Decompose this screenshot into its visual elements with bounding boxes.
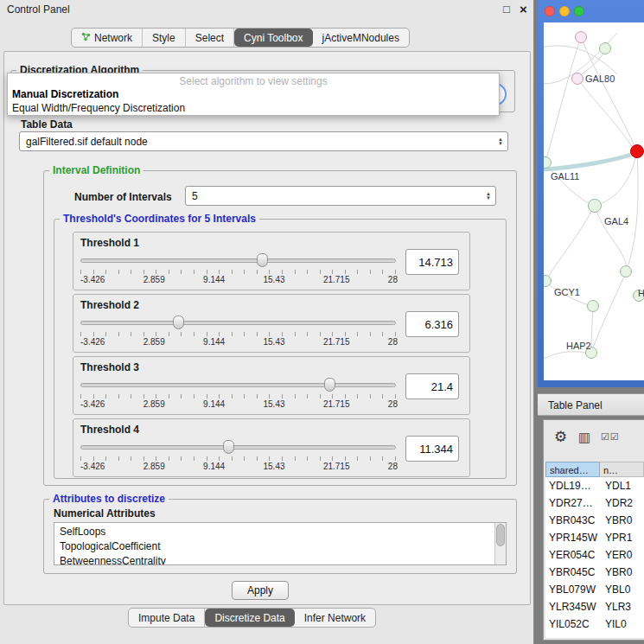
table-row[interactable]: YPR145W YPR1 <box>545 529 644 546</box>
tab-impute-data[interactable]: Impute Data <box>129 609 205 627</box>
threshold-3-panel: Threshold 3 -3.426 2.859 9.144 15.43 21.… <box>73 356 470 415</box>
tab-cyni-toolbox[interactable]: Cyni Toolbox <box>234 29 312 47</box>
slider-thumb[interactable] <box>223 440 234 454</box>
node-label-hap2: HAP2 <box>566 341 591 351</box>
slider-thumb[interactable] <box>173 316 184 329</box>
threshold-4-slider[interactable] <box>80 440 396 455</box>
list-scrollbar[interactable] <box>494 523 506 564</box>
scale-tick-label: 2.859 <box>143 337 165 347</box>
number-of-intervals-value: 5 <box>186 190 481 202</box>
threshold-3-label: Threshold 3 <box>80 361 139 373</box>
thresholds-group-title: Threshold's Coordinates for 5 Intervals <box>60 213 259 225</box>
float-window-icon[interactable]: □ <box>503 3 510 16</box>
tab-discretize-data-label: Discretize Data <box>214 612 284 624</box>
threshold-4-label: Threshold 4 <box>80 424 139 436</box>
column-header-shared[interactable]: shared… <box>545 462 600 477</box>
scale-tick-label: 9.144 <box>203 462 225 471</box>
combobox-spinner-icon[interactable]: ▲ ▼ <box>494 137 507 146</box>
slider-thumb[interactable] <box>257 253 268 267</box>
node-label-partial: H <box>638 288 644 298</box>
table-row[interactable]: YDR27… YDR2 <box>545 494 644 512</box>
close-window-icon[interactable] <box>545 6 555 16</box>
minimize-window-icon[interactable] <box>559 6 570 16</box>
slider-track[interactable] <box>80 258 396 263</box>
slider-track[interactable] <box>80 445 396 450</box>
slider-track[interactable] <box>80 383 396 387</box>
threshold-3-value-field[interactable] <box>405 373 459 399</box>
network-node-gal80[interactable] <box>571 73 583 85</box>
scale-tick-label: 28 <box>388 399 398 409</box>
attributes-group-title: Attributes to discretize <box>49 493 169 505</box>
tab-jactivemnodules[interactable]: jActiveMNodules <box>313 29 409 47</box>
table-toolbar: ⚙ ▥ ☑☑ <box>544 420 644 456</box>
tab-jactivemnodules-label: jActiveMNodules <box>322 32 399 44</box>
tab-select[interactable]: Select <box>186 29 234 47</box>
close-icon[interactable]: × <box>520 2 527 16</box>
threshold-2-slider[interactable] <box>80 316 396 330</box>
table-row[interactable]: YBL079W YBL0 <box>545 581 644 598</box>
apply-button[interactable]: Apply <box>232 581 289 600</box>
threshold-4-value-field[interactable] <box>405 436 459 462</box>
table-cell: YIL0 <box>602 615 644 633</box>
table-row[interactable]: YLR345W YLR3 <box>545 598 644 615</box>
table-row[interactable]: YBR043C YBR0 <box>545 512 644 529</box>
network-node[interactable] <box>599 42 611 54</box>
slider-thumb[interactable] <box>324 378 335 392</box>
scale-tick-label: 21.715 <box>323 399 350 409</box>
table-cell: YDL19… <box>545 477 602 494</box>
network-canvas[interactable]: GAL80 GAL11 GAL4 GCY1 HAP2 H <box>544 22 644 380</box>
list-item-betweennesscentrality[interactable]: BetweennessCentrality <box>54 554 506 565</box>
table-panel-window: ⚙ ▥ ☑☑ shared… n… YDL19… YDL1 YDR27… YDR… <box>543 419 644 641</box>
number-of-intervals-combobox[interactable]: 5 ▲ ▼ <box>185 186 496 206</box>
list-item-selfloops[interactable]: SelfLoops <box>54 525 506 539</box>
table-cell: YER0 <box>602 546 644 564</box>
table-row[interactable]: YDL19… YDL1 <box>545 477 644 494</box>
scale-tick-label: 15.43 <box>264 462 285 471</box>
network-node[interactable] <box>587 300 599 312</box>
slider-ticks <box>80 270 396 274</box>
list-scrollbar-thumb[interactable] <box>496 524 505 546</box>
columns-icon[interactable]: ▥ <box>578 430 590 445</box>
table-data-combobox[interactable]: galFiltered.sif default node ▲ ▼ <box>19 131 508 151</box>
dropdown-option-equal-width-frequency[interactable]: Equal Width/Frequency Discretization <box>12 102 185 114</box>
list-item-topologicalcoefficient[interactable]: TopologicalCoefficient <box>54 539 506 554</box>
table-cell: YLR345W <box>545 598 602 615</box>
combobox-spinner-icon[interactable]: ▲ ▼ <box>481 192 495 201</box>
threshold-1-slider[interactable] <box>80 253 396 268</box>
threshold-1-value-field[interactable] <box>405 249 459 275</box>
network-node-gal4[interactable] <box>588 199 602 213</box>
table-cell: YDL1 <box>602 477 644 494</box>
scale-tick-label: 2.859 <box>143 399 165 409</box>
network-icon <box>81 32 91 44</box>
tab-network[interactable]: Network <box>72 29 143 47</box>
table-cell: YBL079W <box>545 581 602 598</box>
table-row[interactable]: YER054C YER0 <box>545 546 644 564</box>
table-cell: YBR045C <box>545 564 602 581</box>
column-header-name[interactable]: n… <box>600 462 644 477</box>
table-row[interactable]: YIL052C YIL0 <box>545 615 644 633</box>
network-node-selected[interactable] <box>630 144 644 158</box>
gear-icon[interactable]: ⚙ <box>554 428 567 446</box>
tab-style[interactable]: Style <box>143 29 186 47</box>
tab-discretize-data[interactable]: Discretize Data <box>205 609 294 627</box>
threshold-1-panel: Threshold 1 -3.426 2.859 9.144 15.43 21.… <box>73 232 470 290</box>
slider-scale: -3.426 2.859 9.144 15.43 21.715 28 <box>80 337 398 347</box>
control-panel-window: Control Panel □ × Network Style <box>0 0 534 644</box>
zoom-window-icon[interactable] <box>574 6 584 16</box>
network-node[interactable] <box>620 265 632 277</box>
dropdown-option-manual-discretization[interactable]: Manual Discretization <box>12 88 118 100</box>
scale-tick-label: 9.144 <box>203 337 225 347</box>
node-label-gal80: GAL80 <box>585 73 615 84</box>
threshold-4-panel: Threshold 4 -3.426 2.859 9.144 15.43 21.… <box>73 418 470 477</box>
table-cell: YER054C <box>545 546 602 564</box>
table-row[interactable]: YBR045C YBR0 <box>545 564 644 581</box>
table-cell: YDR2 <box>602 494 644 512</box>
tab-infer-network[interactable]: Infer Network <box>295 609 375 627</box>
slider-track[interactable] <box>80 321 396 325</box>
threshold-2-value-field[interactable] <box>405 311 459 337</box>
checkboxes-icon[interactable]: ☑☑ <box>601 431 620 443</box>
network-node[interactable] <box>575 31 587 43</box>
table-cell: YPR1 <box>602 529 644 546</box>
scale-tick-label: 28 <box>388 462 398 471</box>
threshold-3-slider[interactable] <box>80 378 396 392</box>
